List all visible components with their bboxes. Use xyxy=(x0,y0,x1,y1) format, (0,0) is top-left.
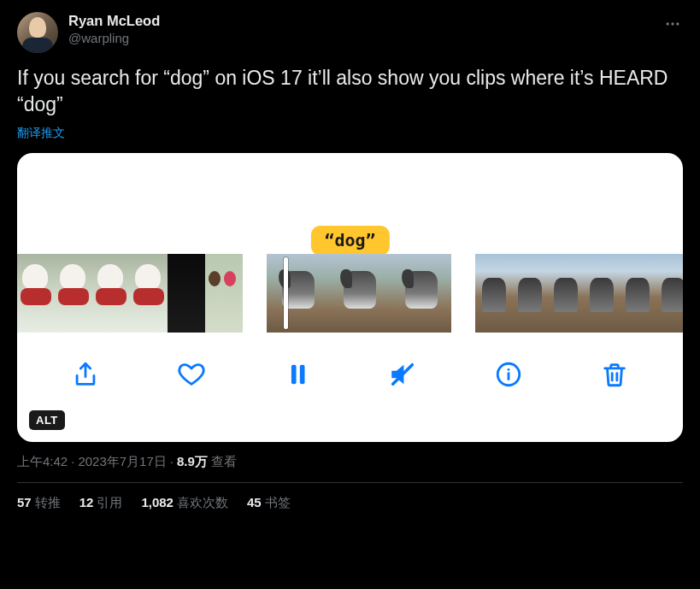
heart-icon xyxy=(177,360,206,389)
clip-group[interactable] xyxy=(475,254,683,333)
timestamp-row[interactable]: 上午4:42 · 2023年7月17日 · 8.9万 查看 xyxy=(17,454,683,470)
clip-group[interactable] xyxy=(267,254,451,333)
more-icon xyxy=(664,15,681,32)
likes-count: 1,082 xyxy=(141,495,174,509)
display-name[interactable]: Ryan McLeod xyxy=(68,12,160,30)
svg-point-7 xyxy=(508,368,510,371)
timeline-thumbnail[interactable] xyxy=(267,254,328,333)
likes-stat[interactable]: 1,082喜欢次数 xyxy=(141,495,228,511)
delete-button[interactable] xyxy=(595,355,634,394)
user-block: Ryan McLeod @warpling xyxy=(68,12,160,47)
mute-icon xyxy=(388,360,417,389)
quotes-count: 12 xyxy=(79,495,94,509)
timeline-thumbnail[interactable] xyxy=(130,254,168,333)
timeline-thumbnail[interactable] xyxy=(17,254,55,333)
pause-icon xyxy=(283,360,312,389)
tweet-header: Ryan McLeod @warpling xyxy=(17,12,683,53)
svg-rect-4 xyxy=(299,365,304,385)
clip-gap xyxy=(243,254,267,333)
time-label: 上午4:42 xyxy=(17,454,68,470)
caption-tag: “dog” xyxy=(310,226,389,256)
svg-rect-3 xyxy=(291,365,296,385)
share-button[interactable] xyxy=(66,355,105,394)
translate-link[interactable]: 翻译推文 xyxy=(17,126,65,141)
svg-point-1 xyxy=(671,22,674,25)
tweet-container: Ryan McLeod @warpling If you search for … xyxy=(0,0,700,511)
bookmarks-count: 45 xyxy=(247,495,262,509)
alt-badge[interactable]: ALT xyxy=(29,410,65,430)
likes-label: 喜欢次数 xyxy=(177,495,228,509)
clip-group[interactable] xyxy=(17,254,243,333)
date-label: 2023年7月17日 xyxy=(78,454,166,470)
more-button[interactable] xyxy=(657,9,688,39)
retweets-count: 57 xyxy=(17,495,32,509)
media-attachment[interactable]: “dog” xyxy=(17,153,683,442)
svg-point-2 xyxy=(676,22,679,25)
pause-button[interactable] xyxy=(278,355,317,394)
timeline-thumbnail[interactable] xyxy=(547,254,583,333)
timeline-thumbnail[interactable] xyxy=(619,254,655,333)
video-timeline[interactable] xyxy=(17,254,683,333)
quotes-stat[interactable]: 12引用 xyxy=(79,495,123,511)
timeline-thumbnail[interactable] xyxy=(168,254,205,333)
playhead-icon[interactable] xyxy=(284,257,288,329)
mute-button[interactable] xyxy=(383,355,422,394)
timeline-thumbnail[interactable] xyxy=(475,254,511,333)
like-button[interactable] xyxy=(172,355,211,394)
media-whitespace: “dog” xyxy=(17,153,683,254)
tweet-text: If you search for “dog” on iOS 17 it’ll … xyxy=(17,65,683,118)
bookmarks-label: 书签 xyxy=(265,495,291,509)
clip-gap xyxy=(451,254,475,333)
views-label: 查看 xyxy=(211,454,237,470)
timeline-thumbnail[interactable] xyxy=(655,254,683,333)
timeline-thumbnail[interactable] xyxy=(55,254,92,333)
retweets-stat[interactable]: 57转推 xyxy=(17,495,61,511)
timeline-thumbnail[interactable] xyxy=(92,254,130,333)
avatar[interactable] xyxy=(17,12,58,53)
user-handle[interactable]: @warpling xyxy=(68,30,160,47)
timeline-thumbnail[interactable] xyxy=(205,254,243,333)
trash-icon xyxy=(600,360,629,389)
retweets-label: 转推 xyxy=(35,495,61,509)
timeline-thumbnail[interactable] xyxy=(583,254,619,333)
separator: · xyxy=(71,454,74,468)
info-icon xyxy=(494,360,523,389)
bookmarks-stat[interactable]: 45书签 xyxy=(247,495,291,511)
timeline-thumbnail[interactable] xyxy=(328,254,390,333)
timeline-thumbnail[interactable] xyxy=(511,254,547,333)
views-count: 8.9万 xyxy=(177,454,208,470)
quotes-label: 引用 xyxy=(97,495,122,509)
divider xyxy=(17,482,683,483)
separator: · xyxy=(170,454,174,468)
engagement-row: 57转推 12引用 1,082喜欢次数 45书签 xyxy=(17,495,683,511)
info-button[interactable] xyxy=(489,355,528,394)
share-icon xyxy=(71,360,100,389)
svg-point-0 xyxy=(667,22,669,25)
media-toolbar xyxy=(17,333,683,416)
timeline-thumbnail[interactable] xyxy=(390,254,451,333)
